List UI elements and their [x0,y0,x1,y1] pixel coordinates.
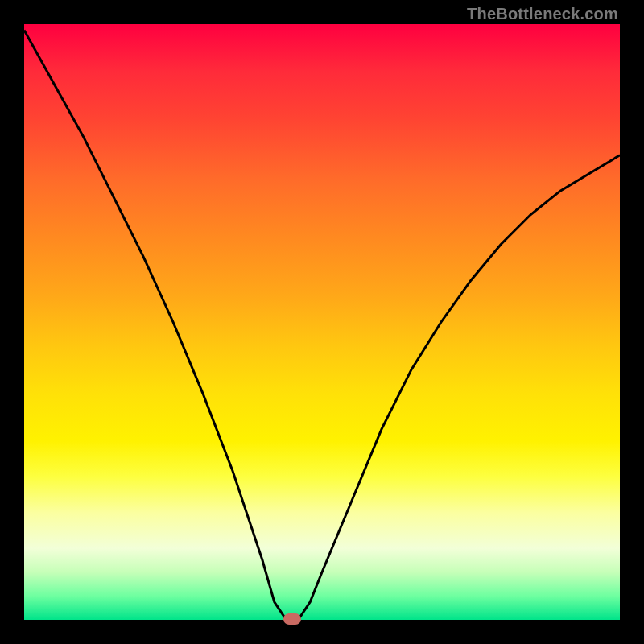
watermark-text: TheBottleneck.com [467,5,618,23]
plot-area [24,24,620,620]
optimal-marker [283,613,301,625]
chart-frame: TheBottleneck.com [0,0,644,644]
bottleneck-curve [24,24,620,620]
